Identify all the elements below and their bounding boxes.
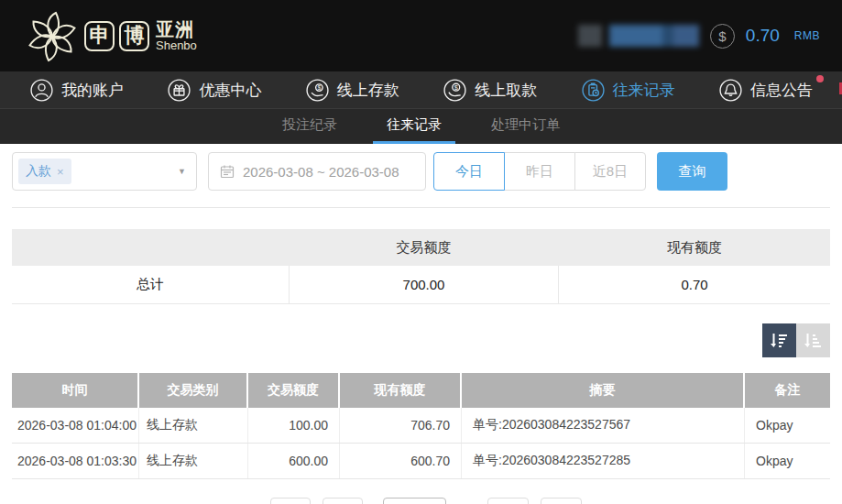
nav-item-my-account[interactable]: 我的账户 — [29, 78, 124, 103]
summary-header-row: 交易额度 现有额度 — [12, 229, 830, 266]
col-header-amount: 交易额度 — [248, 373, 340, 408]
bell-icon — [718, 78, 743, 103]
type-multiselect[interactable]: 入款 × ▼ — [12, 152, 197, 191]
nav-label: 线上存款 — [337, 80, 399, 101]
records-icon — [581, 78, 606, 103]
deposit-icon: $ — [305, 78, 330, 103]
search-button[interactable]: 查询 — [657, 152, 727, 191]
records-table: 时间 交易类别 交易额度 现有额度 摘要 备注 2026-03-08 01:04… — [12, 373, 830, 479]
summary-total-label: 总计 — [12, 266, 289, 303]
nav-label: 线上取款 — [475, 80, 537, 101]
records-header-row: 时间 交易类别 交易额度 现有额度 摘要 备注 — [12, 373, 830, 408]
nav-label: 信息公告 — [750, 80, 813, 101]
nav-label: 往来记录 — [613, 80, 675, 101]
date-range-input[interactable]: 2026-03-08 ~ 2026-03-08 — [208, 152, 426, 191]
nav-label: 优惠中心 — [199, 80, 261, 101]
svg-text:$: $ — [317, 83, 321, 90]
brand-logo[interactable]: 申 博 亚洲 Shenbo — [27, 9, 197, 62]
nav-label: 我的账户 — [61, 80, 124, 101]
summary-total-transaction: 700.00 — [289, 266, 559, 303]
sort-ascending-button[interactable] — [796, 323, 830, 357]
yesterday-button[interactable]: 昨日 — [504, 152, 575, 191]
cell-summary: 单号:202603084223527567 — [462, 408, 745, 443]
record-subtabs: 投注纪录 往来记录 处理中订单 — [0, 108, 842, 144]
svg-text:$: $ — [454, 82, 458, 91]
pagination-first-button[interactable] — [270, 498, 311, 504]
notification-dot — [816, 75, 824, 82]
cell-type: 线上存款 — [139, 444, 248, 478]
table-row: 2026-03-08 01:04:00 线上存款 100.00 706.70 单… — [12, 408, 830, 444]
sort-descending-button[interactable] — [762, 323, 796, 357]
tab-transaction-records[interactable]: 往来记录 — [373, 109, 455, 144]
nav-item-deposit[interactable]: $ 线上存款 — [305, 78, 399, 103]
withdraw-icon: $ — [443, 78, 467, 103]
summary-total-balance: 0.70 — [559, 266, 830, 303]
brand-subtitle: Shenbo — [156, 39, 197, 52]
summary-table: 交易额度 现有额度 总计 700.00 0.70 — [12, 229, 830, 304]
date-range-value: 2026-03-08 ~ 2026-03-08 — [243, 164, 399, 180]
account-area: $ 0.70 RMB — [578, 24, 820, 49]
col-header-type: 交易类别 — [139, 373, 248, 408]
cell-amount: 600.00 — [248, 444, 340, 478]
table-row: 2026-03-08 01:03:30 线上存款 600.00 600.70 单… — [12, 444, 830, 479]
cell-balance: 706.70 — [340, 408, 462, 443]
pagination — [0, 498, 842, 504]
section-divider — [12, 207, 830, 208]
balance-amount: 0.70 — [746, 26, 780, 46]
tab-pending-orders[interactable]: 处理中订单 — [477, 109, 574, 144]
flower-logo-icon — [27, 9, 77, 62]
calendar-icon — [220, 164, 235, 179]
username-blurred — [578, 25, 699, 47]
pagination-prev-button[interactable] — [323, 498, 363, 504]
nav-item-transactions[interactable]: 往来记录 — [581, 78, 675, 103]
main-nav: 我的账户 优惠中心 $ 线上存款 $ 线上取款 往来记录 — [0, 71, 842, 108]
chevron-down-icon: ▼ — [178, 167, 186, 176]
col-header-note: 备注 — [745, 373, 830, 408]
col-header-summary: 摘要 — [462, 373, 745, 408]
balance-coin-icon: $ — [710, 24, 735, 49]
sort-asc-icon — [804, 331, 824, 351]
sort-toolbar — [12, 323, 830, 357]
sort-desc-icon — [770, 331, 790, 351]
brand-region: 亚洲 — [156, 20, 197, 39]
user-icon — [29, 78, 54, 103]
col-header-balance: 现有额度 — [340, 373, 462, 408]
today-button[interactable]: 今日 — [433, 152, 505, 191]
selected-type-tag: 入款 × — [18, 159, 71, 184]
pagination-next-button[interactable] — [487, 498, 529, 504]
col-header-time: 时间 — [12, 373, 139, 408]
quick-range-group: 今日 昨日 近8日 — [433, 152, 646, 191]
last-8-days-button[interactable]: 近8日 — [574, 152, 646, 191]
filter-bar: 入款 × ▼ 2026-03-08 ~ 2026-03-08 今日 昨日 近8日… — [12, 152, 830, 191]
summary-header-transaction: 交易额度 — [289, 229, 559, 266]
summary-header-empty — [12, 229, 289, 266]
tag-label: 入款 — [26, 163, 51, 180]
cell-note: Okpay — [745, 408, 830, 443]
nav-item-announcements[interactable]: 信息公告 — [718, 78, 813, 103]
cell-balance: 600.70 — [340, 444, 462, 478]
brand-char-1: 申 — [84, 21, 115, 51]
cell-time: 2026-03-08 01:03:30 — [12, 444, 139, 478]
summary-total-row: 总计 700.00 0.70 — [12, 266, 830, 304]
cell-summary: 单号:202603084223527285 — [462, 444, 745, 478]
pagination-last-button[interactable] — [541, 498, 582, 504]
cell-type: 线上存款 — [139, 408, 248, 443]
nav-item-promotions[interactable]: 优惠中心 — [167, 78, 261, 103]
cell-amount: 100.00 — [248, 408, 340, 443]
nav-item-withdraw[interactable]: $ 线上取款 — [443, 78, 537, 103]
brand-char-2: 博 — [119, 21, 149, 51]
balance-currency: RMB — [794, 29, 820, 42]
summary-header-balance: 现有额度 — [559, 229, 830, 266]
top-header: 申 博 亚洲 Shenbo $ 0.70 RMB — [0, 0, 842, 71]
cell-time: 2026-03-08 01:04:00 — [12, 408, 139, 443]
tab-bet-records[interactable]: 投注纪录 — [268, 109, 351, 144]
tag-remove-icon[interactable]: × — [57, 165, 64, 179]
cell-note: Okpay — [745, 444, 830, 478]
gift-icon — [167, 78, 191, 103]
pagination-page-select[interactable] — [383, 498, 446, 504]
